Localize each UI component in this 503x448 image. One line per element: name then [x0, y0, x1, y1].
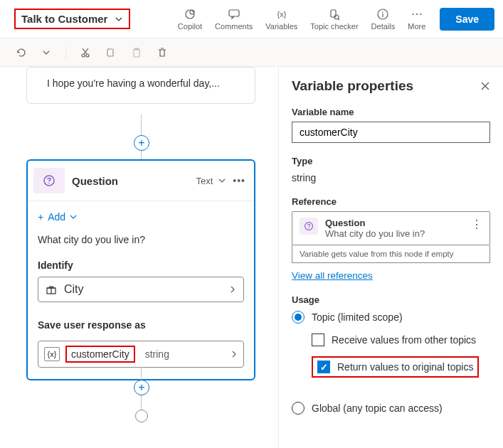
entity-icon: [46, 284, 57, 295]
chevron-right-icon: [231, 351, 238, 358]
message-text: I hope you're having a wonderful day,...: [47, 78, 220, 89]
card-more-button[interactable]: •••: [233, 175, 245, 186]
cut-button[interactable]: [79, 46, 92, 59]
chevron-down-icon[interactable]: [218, 177, 226, 184]
close-button[interactable]: [480, 81, 490, 91]
view-all-references-link[interactable]: View all references: [292, 270, 373, 281]
toolbar-items: Copilot Comments {x} Variables Topic che…: [178, 8, 425, 31]
svg-point-14: [48, 183, 50, 184]
type-label: Type: [292, 156, 490, 166]
usage-topic-radio[interactable]: Topic (limited scope): [292, 311, 490, 324]
type-value: string: [292, 171, 490, 183]
variable-properties-panel: Variable properties Variable name Type s…: [278, 67, 503, 448]
toolbar-divider: [65, 46, 66, 60]
toolbar-details[interactable]: Details: [371, 8, 396, 31]
topic-name-dropdown[interactable]: Talk to Customer: [14, 9, 130, 29]
toolbar-copilot-label: Copilot: [178, 22, 202, 31]
identify-value: City: [64, 283, 84, 296]
toolbar-comments[interactable]: Comments: [215, 8, 253, 31]
toolbar-more-label: More: [408, 22, 425, 31]
toolbar-details-label: Details: [371, 22, 396, 31]
copy-button[interactable]: [105, 46, 117, 59]
question-card-title: Question: [72, 175, 196, 187]
usage-label: Usage: [292, 294, 490, 305]
question-type-label[interactable]: Text: [196, 176, 213, 186]
usage-receive-label: Receive values from other topics: [332, 334, 476, 346]
reference-label: Reference: [292, 196, 490, 207]
question-icon: [33, 168, 65, 193]
comment-icon: [228, 8, 240, 21]
add-option-button[interactable]: + Add: [38, 208, 244, 230]
chevron-right-icon: [229, 286, 236, 293]
undo-chevron[interactable]: [40, 46, 53, 59]
identify-entity-selector[interactable]: City: [38, 277, 244, 302]
variable-type: string: [145, 348, 169, 360]
plus-icon: +: [38, 211, 43, 223]
question-card-header: Question Text •••: [28, 161, 254, 201]
reference-card[interactable]: Question What city do you live in? ⋮: [292, 211, 490, 245]
radio-icon: [292, 311, 305, 324]
usage-global-label: Global (any topic can access): [312, 402, 443, 414]
variable-icon: {x}: [44, 347, 60, 361]
message-card[interactable]: I hope you're having a wonderful day,...: [26, 67, 255, 104]
var-name-input[interactable]: [292, 122, 490, 143]
end-node[interactable]: [135, 410, 148, 422]
usage-receive-checkbox[interactable]: Receive values from other topics: [312, 334, 490, 346]
chevron-down-icon: [115, 15, 123, 23]
usage-return-checkbox[interactable]: Return values to original topics: [312, 356, 490, 378]
variable-name: customerCity: [65, 346, 135, 363]
variables-icon: {x}: [275, 8, 288, 21]
panel-title: Variable properties: [292, 78, 480, 94]
toolbar-comments-label: Comments: [215, 22, 253, 31]
reference-title: Question: [325, 218, 464, 228]
svg-point-7: [383, 11, 384, 13]
checkbox-icon: [317, 361, 330, 373]
delete-button[interactable]: [156, 46, 169, 59]
question-card[interactable]: Question Text ••• + Add What city do you…: [26, 159, 255, 380]
save-response-variable-selector[interactable]: {x} customerCity string: [38, 341, 244, 368]
add-node-button[interactable]: +: [134, 380, 149, 395]
reference-subtitle: What city do you live in?: [325, 228, 464, 239]
reference-more-button[interactable]: ⋮: [471, 218, 482, 231]
svg-rect-10: [107, 49, 113, 56]
toolbar-copilot[interactable]: Copilot: [178, 8, 202, 31]
svg-point-17: [308, 228, 309, 228]
sub-toolbar: [0, 38, 503, 67]
topic-name-text: Talk to Customer: [21, 13, 107, 25]
copilot-icon: [184, 8, 196, 21]
undo-button[interactable]: [14, 46, 27, 59]
usage-topic-label: Topic (limited scope): [312, 311, 403, 323]
more-icon: ⋯: [411, 8, 423, 21]
authoring-canvas[interactable]: I hope you're having a wonderful day,...…: [0, 67, 278, 448]
svg-rect-2: [229, 10, 239, 16]
question-text[interactable]: What city do you live in?: [38, 230, 244, 255]
top-toolbar: Talk to Customer Copilot Comments {x} Va…: [0, 0, 503, 38]
add-label: Add: [48, 211, 65, 223]
toolbar-more[interactable]: ⋯ More: [408, 8, 425, 31]
toolbar-variables[interactable]: {x} Variables: [265, 8, 297, 31]
toolbar-variables-label: Variables: [265, 22, 297, 31]
var-name-label: Variable name: [292, 107, 490, 117]
radio-icon: [292, 402, 305, 415]
save-as-label: Save user response as: [38, 315, 244, 336]
topic-checker-icon: [328, 8, 341, 21]
reference-note: Variable gets value from this node if em…: [292, 245, 490, 263]
checkbox-icon: [312, 334, 324, 346]
usage-return-label: Return values to original topics: [337, 361, 473, 373]
add-node-button[interactable]: +: [134, 135, 149, 151]
save-button[interactable]: Save: [440, 8, 494, 31]
paste-button[interactable]: [130, 46, 143, 59]
toolbar-topic-checker-label: Topic checker: [310, 22, 358, 31]
toolbar-topic-checker[interactable]: Topic checker: [310, 8, 358, 31]
info-icon: [376, 8, 389, 21]
svg-point-9: [86, 54, 89, 57]
identify-label: Identify: [38, 255, 244, 277]
svg-point-8: [82, 54, 85, 57]
svg-text:{x}: {x}: [277, 10, 286, 18]
svg-rect-11: [134, 49, 139, 57]
chevron-down-icon: [70, 213, 77, 220]
question-icon: [300, 218, 318, 235]
connector-line: [141, 395, 142, 411]
usage-global-radio[interactable]: Global (any topic can access): [292, 402, 490, 415]
